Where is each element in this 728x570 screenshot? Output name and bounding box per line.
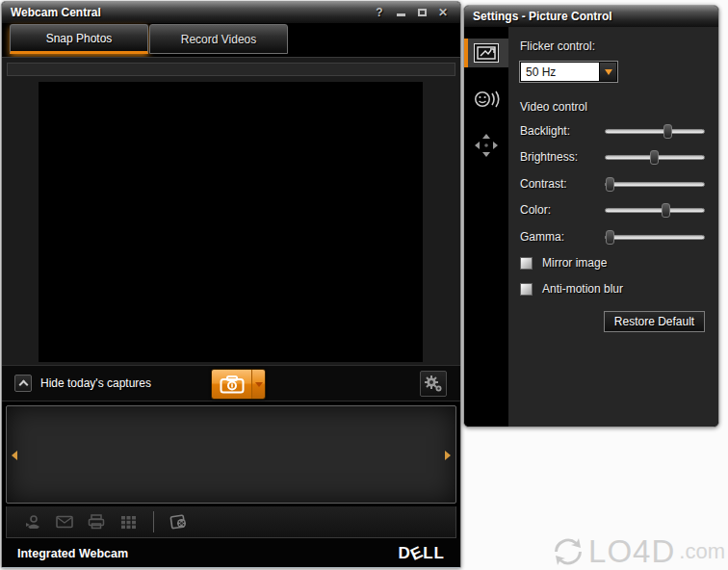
brightness-label: Brightness: bbox=[520, 150, 578, 164]
watermark-suffix: .com bbox=[679, 539, 725, 564]
anti-motion-blur-checkbox[interactable] bbox=[520, 283, 533, 296]
color-slider-row: Color: bbox=[508, 202, 718, 219]
maximize-icon bbox=[418, 9, 427, 16]
capture-bar: Hide today's captures bbox=[2, 365, 460, 402]
flicker-control-label: Flicker control: bbox=[520, 39, 595, 53]
print-icon[interactable] bbox=[86, 512, 107, 531]
window-title: Webcam Central bbox=[2, 6, 101, 19]
watermark-text: LO4D bbox=[588, 533, 675, 570]
slider-thumb[interactable] bbox=[663, 124, 672, 139]
backlight-slider-row: Backlight: bbox=[508, 123, 718, 140]
chevron-up-icon bbox=[18, 380, 28, 390]
thumbnails-grid-icon[interactable] bbox=[117, 512, 139, 531]
minimize-button[interactable] bbox=[393, 6, 408, 19]
dropdown-arrow-icon bbox=[255, 382, 263, 387]
avatar-effects-icon bbox=[473, 89, 500, 110]
picture-control-icon bbox=[474, 43, 499, 63]
settings-sidebar bbox=[464, 27, 508, 427]
flicker-frequency-select[interactable]: 50 Hz bbox=[520, 62, 617, 82]
mirror-image-row: Mirror image bbox=[520, 256, 607, 270]
webcam-central-window: Webcam Central ? ✕ Snap Photos Record Vi… bbox=[1, 1, 461, 568]
contrast-label: Contrast: bbox=[520, 177, 567, 191]
main-titlebar[interactable]: Webcam Central ? ✕ bbox=[2, 2, 460, 23]
settings-window-title: Settings - Picture Control bbox=[464, 10, 612, 23]
mirror-image-label: Mirror image bbox=[542, 256, 607, 270]
share-person-icon[interactable] bbox=[22, 512, 43, 531]
camera-icon bbox=[220, 376, 245, 394]
close-button[interactable]: ✕ bbox=[435, 6, 451, 19]
anti-motion-blur-label: Anti-motion blur bbox=[542, 282, 623, 296]
lo4d-logo-icon bbox=[552, 536, 585, 567]
settings-button[interactable] bbox=[420, 371, 447, 397]
settings-titlebar[interactable]: Settings - Picture Control bbox=[464, 6, 718, 27]
backlight-slider[interactable] bbox=[605, 129, 705, 134]
contrast-slider[interactable] bbox=[605, 182, 705, 187]
preview-area bbox=[2, 57, 460, 365]
tab-bar: Snap Photos Record Videos bbox=[2, 23, 460, 57]
tab-record-videos[interactable]: Record Videos bbox=[149, 24, 288, 54]
email-icon[interactable] bbox=[54, 512, 75, 531]
gamma-label: Gamma: bbox=[520, 230, 564, 244]
contrast-slider-row: Contrast: bbox=[508, 176, 718, 193]
slider-thumb[interactable] bbox=[606, 177, 614, 192]
flicker-dropdown-button[interactable] bbox=[599, 63, 616, 81]
capture-options-dropdown[interactable] bbox=[251, 370, 265, 399]
lo4d-watermark: LO4D .com bbox=[552, 533, 725, 570]
maximize-button[interactable] bbox=[414, 6, 429, 19]
media-editor-icon[interactable] bbox=[169, 512, 190, 531]
status-bar: Integrated Webcam DELL bbox=[2, 538, 460, 568]
capture-actions-toolbar bbox=[6, 506, 456, 538]
picture-control-panel: Flicker control: 50 Hz Video control Bac… bbox=[508, 27, 718, 427]
mirror-image-checkbox[interactable] bbox=[520, 257, 533, 270]
webcam-video-feed bbox=[39, 82, 423, 362]
device-name: Integrated Webcam bbox=[17, 547, 128, 560]
color-slider[interactable] bbox=[605, 208, 705, 213]
brightness-slider-row: Brightness: bbox=[508, 149, 718, 166]
gamma-slider-row: Gamma: bbox=[508, 229, 718, 246]
hide-captures-label: Hide today's captures bbox=[40, 376, 151, 390]
sidebar-item-picture-control[interactable] bbox=[464, 39, 508, 67]
help-button[interactable]: ? bbox=[372, 6, 387, 19]
gear-icon bbox=[424, 375, 443, 393]
dropdown-arrow-icon bbox=[605, 69, 612, 75]
brightness-slider[interactable] bbox=[605, 155, 705, 160]
minimize-icon bbox=[397, 13, 405, 16]
collapse-captures-button[interactable] bbox=[14, 375, 32, 392]
settings-picture-control-window: Settings - Picture Control bbox=[463, 5, 719, 428]
scroll-left-arrow-icon[interactable] bbox=[12, 451, 17, 460]
pan-tilt-icon bbox=[474, 133, 499, 158]
slider-thumb[interactable] bbox=[662, 203, 670, 218]
tab-snap-photos[interactable]: Snap Photos bbox=[10, 24, 148, 54]
preview-top-strip bbox=[7, 63, 455, 76]
snap-photo-button[interactable] bbox=[212, 370, 251, 399]
color-label: Color: bbox=[520, 203, 551, 217]
backlight-label: Backlight: bbox=[520, 124, 570, 138]
anti-motion-blur-row: Anti-motion blur bbox=[520, 282, 623, 296]
sidebar-item-pan-tilt[interactable] bbox=[464, 131, 508, 160]
todays-captures-strip bbox=[6, 405, 456, 504]
slider-thumb[interactable] bbox=[650, 150, 659, 165]
scroll-right-arrow-icon[interactable] bbox=[445, 451, 451, 460]
slider-thumb[interactable] bbox=[606, 230, 614, 245]
sidebar-item-avatar-effects[interactable] bbox=[464, 85, 508, 114]
dell-logo: DELL bbox=[399, 544, 445, 563]
capture-controls bbox=[211, 369, 266, 400]
restore-default-button[interactable]: Restore Default bbox=[604, 311, 705, 332]
gamma-slider[interactable] bbox=[605, 235, 705, 240]
video-control-label: Video control bbox=[520, 100, 587, 114]
toolbar-divider bbox=[153, 511, 154, 532]
flicker-frequency-value: 50 Hz bbox=[521, 65, 599, 79]
